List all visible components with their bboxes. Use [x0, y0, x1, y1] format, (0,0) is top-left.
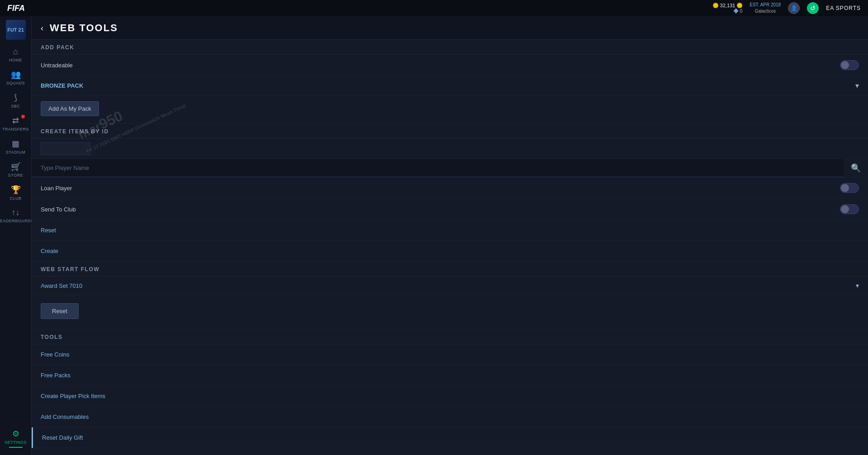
- avatar-icon: 👤: [788, 2, 800, 14]
- reset-create-items-label: Reset: [41, 227, 56, 234]
- reset-create-items-row[interactable]: Reset: [32, 220, 868, 241]
- sidebar-item-stadium[interactable]: ▦ STADIUM: [0, 135, 31, 158]
- free-coins-label: Free Coins: [41, 351, 70, 358]
- create-items-header: CREATE ITEMS BY ID: [32, 124, 868, 139]
- sidebar-item-leaderboards[interactable]: ↑↓ LEADERBOARDS: [0, 204, 31, 227]
- web-start-reset-container: Reset: [32, 295, 868, 329]
- free-packs-row[interactable]: Free Packs: [32, 365, 868, 386]
- untradeable-toggle[interactable]: [840, 60, 859, 70]
- search-button[interactable]: 🔍: [844, 159, 868, 177]
- sidebar-item-club[interactable]: 🏆 CLUB: [0, 181, 31, 204]
- transfers-badge: [21, 115, 25, 118]
- create-items-label: Create: [41, 248, 58, 254]
- sidebar-item-settings[interactable]: ⚙ SETTINGS: [0, 425, 31, 451]
- page-header: ‹ WEB TOOLS: [32, 16, 868, 40]
- sidebar-item-label-club: CLUB: [9, 196, 21, 201]
- create-items-row[interactable]: Create: [32, 241, 868, 262]
- loan-player-label: Loan Player: [41, 185, 72, 192]
- sidebar-item-label-leaderboards: LEADERBOARDS: [0, 219, 34, 223]
- award-set-dropdown[interactable]: Award Set 7010 ▾: [32, 277, 868, 295]
- club-icon: 🏆: [11, 185, 21, 195]
- pts-value: 0: [740, 8, 742, 14]
- top-bar: FIFA 32,131 0 EST. APR 2018 Galacticos 👤…: [0, 0, 868, 16]
- sidebar-item-home[interactable]: ⌂ HOME: [0, 43, 31, 66]
- id-input-container: [32, 139, 868, 159]
- bronze-pack-row[interactable]: BRONZE PACK ▾: [32, 76, 868, 96]
- refresh-icon[interactable]: ↺: [807, 2, 819, 14]
- leaderboards-icon: ↑↓: [12, 208, 20, 217]
- store-icon: 🛒: [11, 162, 21, 172]
- sidebar-item-label-stadium: STADIUM: [6, 150, 25, 155]
- sidebar-item-label-settings: SETTINGS: [5, 440, 27, 445]
- scroll-content[interactable]: mar950Fri 17 2021 GMT+0000 (Greenwich Me…: [32, 40, 868, 455]
- untradeable-label: Untradeable: [41, 62, 73, 69]
- sidebar-item-label-sbc: SBC: [11, 104, 20, 108]
- pts-row: 0: [734, 8, 742, 14]
- sidebar-item-label-home: HOME: [9, 58, 22, 62]
- add-as-my-pack-button[interactable]: Add As My Pack: [41, 101, 99, 116]
- create-player-pick-row[interactable]: Create Player Pick Items: [32, 386, 868, 407]
- tools-header: TOOLS: [32, 329, 868, 344]
- main-layout: FUT 21 ⌂ HOME 👥 SQUADS ⟆ SBC ⇄ TRANSFERS…: [0, 16, 868, 455]
- add-pack-header: ADD PACK: [32, 40, 868, 55]
- est-block: EST. APR 2018 Galacticos: [750, 2, 781, 14]
- reset-daily-gift-row[interactable]: Reset Daily Gift: [32, 427, 868, 448]
- add-consumables-label: Add Consumables: [41, 413, 89, 420]
- bronze-pack-chevron-icon: ▾: [855, 81, 859, 90]
- send-to-club-toggle-knob: [841, 205, 849, 213]
- sidebar-item-store[interactable]: 🛒 STORE: [0, 158, 31, 181]
- bronze-pack-label: BRONZE PACK: [41, 82, 83, 89]
- loan-player-toggle-knob: [841, 184, 849, 192]
- sidebar-item-label-transfers: TRANSFERS: [2, 127, 29, 131]
- send-to-club-row: Send To Club: [32, 199, 868, 220]
- stadium-icon: ▦: [12, 139, 19, 149]
- sidebar-item-sbc[interactable]: ⟆ SBC: [0, 89, 31, 112]
- content-area: ‹ WEB TOOLS mar950Fri 17 2021 GMT+0000 (…: [32, 16, 868, 455]
- loan-player-toggle[interactable]: [840, 183, 859, 193]
- trigger-captcha-row[interactable]: Trigger Captcha: [32, 448, 868, 455]
- top-bar-right: 32,131 0 EST. APR 2018 Galacticos 👤 ↺ EA…: [713, 2, 861, 14]
- sbc-icon: ⟆: [14, 93, 17, 103]
- settings-icon: ⚙: [12, 429, 19, 439]
- sidebar: FUT 21 ⌂ HOME 👥 SQUADS ⟆ SBC ⇄ TRANSFERS…: [0, 16, 32, 455]
- id-input-field[interactable]: [41, 142, 90, 155]
- search-row: 🔍: [32, 159, 868, 178]
- free-coins-row[interactable]: Free Coins: [32, 344, 868, 365]
- fifa-logo: FIFA: [7, 4, 25, 13]
- award-set-chevron-icon: ▾: [856, 282, 859, 289]
- add-consumables-row[interactable]: Add Consumables: [32, 407, 868, 427]
- page-title: WEB TOOLS: [50, 22, 118, 34]
- squads-icon: 👥: [11, 70, 21, 80]
- untradeable-toggle-knob: [841, 61, 849, 69]
- loan-player-row: Loan Player: [32, 178, 868, 199]
- home-icon: ⌂: [13, 47, 18, 56]
- coins-block: 32,131 0: [713, 3, 743, 14]
- coins-value: 32,131: [720, 3, 736, 8]
- coins-amount: 32,131: [713, 3, 743, 8]
- club-name: Galacticos: [750, 8, 781, 14]
- add-pack-btn-container: Add As My Pack: [32, 96, 868, 124]
- player-name-search-input[interactable]: [32, 159, 844, 177]
- web-start-reset-button[interactable]: Reset: [41, 303, 79, 319]
- sidebar-item-squads[interactable]: 👥 SQUADS: [0, 66, 31, 89]
- sidebar-item-label-squads: SQUADS: [6, 81, 25, 85]
- free-packs-label: Free Packs: [41, 372, 71, 379]
- coin-icon-2: [737, 3, 742, 8]
- coin-icon: [713, 3, 718, 8]
- send-to-club-label: Send To Club: [41, 206, 76, 213]
- back-button[interactable]: ‹: [41, 24, 43, 32]
- create-player-pick-label: Create Player Pick Items: [41, 393, 105, 399]
- award-set-label: Award Set 7010: [41, 282, 82, 289]
- reset-daily-gift-label: Reset Daily Gift: [42, 434, 83, 441]
- ea-sports-logo: EA SPORTS: [826, 5, 861, 11]
- settings-underline: [9, 447, 23, 448]
- transfers-icon: ⇄: [12, 116, 19, 126]
- sidebar-item-label-store: STORE: [8, 173, 23, 178]
- send-to-club-toggle[interactable]: [840, 204, 859, 214]
- web-start-flow-header: WEB START FLOW: [32, 262, 868, 277]
- sidebar-item-transfers[interactable]: ⇄ TRANSFERS: [0, 112, 31, 135]
- est-label: EST. APR 2018: [750, 2, 781, 8]
- pts-diamond-icon: [733, 8, 738, 13]
- top-bar-left: FIFA: [7, 4, 25, 13]
- untradeable-row: Untradeable: [32, 55, 868, 76]
